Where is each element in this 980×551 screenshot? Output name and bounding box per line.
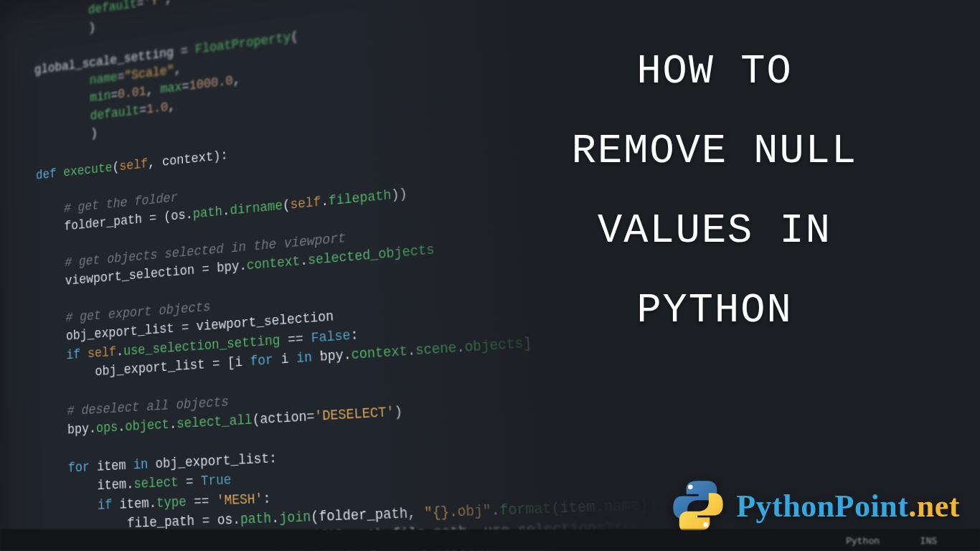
code-content: ), xyxy=(7,0,130,14)
code-content: # deselect all objects xyxy=(11,392,229,424)
code-content: if self.use_selection_setting == False: xyxy=(10,325,359,368)
code-line: 199 # deselect all objects xyxy=(0,364,660,427)
code-line: 198 xyxy=(0,342,660,408)
line-number: 197 xyxy=(0,369,11,390)
editor-statusbar: Python INS xyxy=(0,529,980,551)
line-number: 190 xyxy=(0,241,9,263)
line-number: 183 xyxy=(0,118,8,140)
code-content: folder_path = (os.path.dirname(self.file… xyxy=(9,184,408,241)
code-content: item.select = True xyxy=(11,471,232,499)
line-number: 187 xyxy=(0,188,9,209)
code-content: def execute(self, context): xyxy=(9,146,228,188)
svg-point-1 xyxy=(704,522,708,527)
code-content: global_scale_setting = FloatProperty( xyxy=(7,27,298,83)
code-content: viewport_selection = bpy.context.selecte… xyxy=(9,240,435,296)
svg-point-0 xyxy=(688,485,692,489)
code-content: obj_export_list = viewport_selection xyxy=(10,307,334,350)
line-number: 201 xyxy=(0,443,11,463)
code-line: 200 bpy.ops.object.select_all(action='DE… xyxy=(0,385,660,445)
line-number: 179 xyxy=(0,48,7,70)
line-number: 189 xyxy=(0,223,9,245)
code-content: default=1.0, xyxy=(8,98,175,135)
line-number: 186 xyxy=(0,170,9,192)
line-number: 200 xyxy=(0,424,11,445)
code-content: name="Scale", xyxy=(8,60,182,100)
status-insert-mode: INS xyxy=(920,536,937,547)
brand-word-b: .net xyxy=(908,489,960,524)
brand-word-a: PythonPoint xyxy=(736,489,908,524)
title-line-3: VALUES IN xyxy=(449,211,980,252)
code-line: 178 ) xyxy=(0,0,660,53)
line-number: 185 xyxy=(0,152,9,174)
line-number: 203 xyxy=(0,481,11,501)
code-content: ) xyxy=(8,124,98,152)
title-line-1: HOW TO xyxy=(449,52,980,93)
line-number: 195 xyxy=(0,331,10,352)
line-number: 199 xyxy=(0,405,11,426)
line-number: 192 xyxy=(0,277,10,298)
code-content: for item in obj_export_list: xyxy=(11,448,278,480)
code-content: ) xyxy=(7,19,95,48)
code-line: 201 xyxy=(0,406,660,463)
line-number: 176 xyxy=(0,0,7,19)
line-number: 181 xyxy=(0,83,8,105)
line-number: 180 xyxy=(0,65,8,88)
code-line: 202 for item in obj_export_list: xyxy=(0,428,660,482)
title-line-4: PYTHON xyxy=(449,291,980,331)
code-content: default='Y', xyxy=(7,0,173,31)
code-line: 176 ), xyxy=(0,0,660,19)
python-logo-icon xyxy=(670,478,726,534)
brand-logo: PythonPoint.net xyxy=(670,478,960,534)
code-line: 197 obj_export_list = [i for i in bpy.co… xyxy=(0,321,660,390)
line-number: 188 xyxy=(0,205,9,227)
line-number: 194 xyxy=(0,314,10,335)
code-line: 203 item.select = True xyxy=(0,449,660,501)
line-number: 182 xyxy=(0,100,8,122)
line-number: 204 xyxy=(0,499,12,520)
code-content: if item.type == 'MESH': xyxy=(11,489,270,518)
line-number: 178 xyxy=(0,31,7,53)
code-line: 177 default='Y', xyxy=(0,0,660,36)
code-content: bpy.ops.object.select_all(action='DESELE… xyxy=(11,402,402,443)
brand-wordmark: PythonPoint.net xyxy=(736,488,960,524)
code-content: obj_export_list = [i for i in bpy.contex… xyxy=(11,333,533,387)
article-title: HOW TO REMOVE NULL VALUES IN PYTHON xyxy=(449,52,980,331)
line-number: 193 xyxy=(0,296,10,317)
line-number: 184 xyxy=(0,135,9,156)
code-content: # get objects selected in the viewport xyxy=(9,229,346,278)
code-line: 204 if item.type == 'MESH': xyxy=(0,471,660,520)
code-content: # get export objects xyxy=(10,298,211,332)
line-number: 191 xyxy=(0,259,9,281)
line-number: 196 xyxy=(0,350,11,371)
line-number: 198 xyxy=(0,387,11,408)
status-language: Python xyxy=(846,536,880,547)
line-number: 202 xyxy=(0,461,11,482)
code-content: min=0.01, max=1000.0, xyxy=(8,71,240,117)
line-number: 177 xyxy=(0,14,7,36)
code-content: # get the folder xyxy=(9,189,178,224)
title-line-2: REMOVE NULL xyxy=(449,131,980,172)
